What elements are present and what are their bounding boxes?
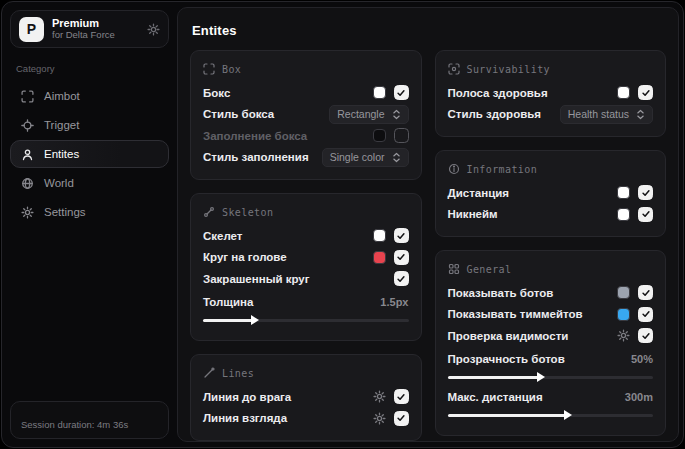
setting-label: Закрашенный круг	[203, 273, 310, 285]
setting-row: Стиль бокса Rectangle	[203, 104, 409, 126]
setting-label: Показывать ботов	[448, 287, 554, 299]
brand-card: P Premium for Delta Force	[10, 10, 169, 48]
checkbox[interactable]	[638, 85, 653, 100]
chevrons-up-down-icon	[392, 109, 401, 120]
dropdown-value: Health status	[568, 108, 629, 120]
main-panel: Entites Box Бокс	[177, 7, 679, 442]
session-duration: Session duration: 4m 36s	[21, 419, 128, 430]
category-label: Category	[16, 63, 163, 74]
setting-label: Стиль бокса	[203, 108, 274, 120]
gear-icon[interactable]	[147, 23, 160, 36]
checkbox[interactable]	[638, 307, 653, 322]
page-title: Entites	[192, 23, 666, 38]
bots-opacity-slider[interactable]	[448, 376, 654, 379]
line-icon	[203, 367, 215, 379]
checkbox[interactable]	[394, 250, 409, 265]
card-header-label: General	[467, 264, 512, 275]
session-card: Session duration: 4m 36s	[10, 401, 169, 439]
gear-icon[interactable]	[373, 390, 386, 403]
sidebar-item-world[interactable]: World	[10, 169, 169, 197]
scan-icon	[21, 90, 34, 103]
gear-icon	[21, 206, 34, 219]
checkbox[interactable]	[638, 207, 653, 222]
sidebar-item-entites[interactable]: Entites	[10, 140, 169, 168]
box-style-dropdown[interactable]: Rectangle	[329, 105, 408, 124]
setting-label: Макс. дистанция	[448, 391, 543, 403]
slider-group: Толщина 1.5px	[203, 292, 409, 323]
setting-row: Показывать ботов	[448, 282, 654, 304]
setting-row: Заполнение бокса	[203, 125, 409, 147]
slider-value: 50%	[631, 353, 653, 365]
slider-thumb[interactable]	[564, 410, 572, 420]
setting-row: Бокс	[203, 82, 409, 104]
health-style-dropdown[interactable]: Health status	[560, 105, 653, 124]
setting-label: Толщина	[203, 296, 253, 308]
checkbox[interactable]	[638, 285, 653, 300]
setting-row: Проверка видимости	[448, 325, 654, 347]
sidebar-item-label: Aimbot	[44, 90, 80, 102]
checkbox[interactable]	[394, 228, 409, 243]
thickness-slider[interactable]	[203, 319, 409, 322]
sidebar-item-label: Trigget	[44, 119, 79, 131]
brand-title: Premium	[52, 17, 115, 30]
setting-label: Бокс	[203, 87, 230, 99]
card-header-label: Information	[467, 164, 538, 175]
checkbox[interactable]	[394, 411, 409, 426]
checkbox[interactable]	[394, 128, 409, 143]
checkbox[interactable]	[638, 185, 653, 200]
card-header-label: Box	[222, 64, 241, 75]
card-header-label: Survivability	[467, 64, 550, 75]
color-swatch[interactable]	[373, 86, 386, 99]
slider-value: 300m	[625, 391, 653, 403]
color-swatch[interactable]	[617, 86, 630, 99]
info-icon	[448, 163, 460, 175]
slider-thumb[interactable]	[251, 315, 259, 325]
setting-label: Линия взгляда	[203, 412, 287, 424]
setting-label: Проверка видимости	[448, 330, 569, 342]
sidebar-item-label: Settings	[44, 206, 86, 218]
gear-icon[interactable]	[617, 329, 630, 342]
sidebar-item-aimbot[interactable]: Aimbot	[10, 82, 169, 110]
box-icon	[203, 63, 215, 75]
color-swatch[interactable]	[373, 129, 386, 142]
setting-label: Никнейм	[448, 208, 498, 220]
card-skeleton: Skeleton Скелет Круг на голове	[190, 193, 422, 341]
gear-icon[interactable]	[373, 412, 386, 425]
slider-thumb[interactable]	[537, 372, 545, 382]
app-window: P Premium for Delta Force Category Aimbo…	[1, 1, 684, 448]
setting-row: Никнейм	[448, 204, 654, 226]
setting-row: Круг на голове	[203, 247, 409, 269]
setting-label: Скелет	[203, 230, 243, 242]
card-box: Box Бокс Стиль бокса Rectangle	[190, 50, 422, 180]
color-swatch[interactable]	[617, 286, 630, 299]
dropdown-value: Rectangle	[337, 108, 384, 120]
color-swatch[interactable]	[373, 251, 386, 264]
checkbox[interactable]	[394, 389, 409, 404]
setting-label: Стиль заполнения	[203, 151, 309, 163]
sidebar-item-settings[interactable]: Settings	[10, 198, 169, 226]
card-survivability: Survivability Полоса здоровья Стиль здор…	[435, 50, 667, 137]
sidebar-item-label: World	[44, 177, 74, 189]
chevrons-up-down-icon	[392, 152, 401, 163]
max-distance-slider[interactable]	[448, 414, 654, 417]
color-swatch[interactable]	[617, 208, 630, 221]
checkbox[interactable]	[394, 85, 409, 100]
card-header-label: Skeleton	[222, 207, 273, 218]
globe-icon	[21, 177, 34, 190]
color-swatch[interactable]	[617, 186, 630, 199]
setting-label: Дистанция	[448, 187, 509, 199]
setting-row: Закрашенный круг	[203, 268, 409, 290]
sidebar-item-trigget[interactable]: Trigget	[10, 111, 169, 139]
slider-value: 1.5px	[380, 296, 408, 308]
setting-label: Прозрачность ботов	[448, 353, 565, 365]
setting-row: Стиль здоровья Health status	[448, 104, 654, 126]
fill-style-dropdown[interactable]: Single color	[322, 148, 409, 167]
setting-label: Полоса здоровья	[448, 87, 548, 99]
chevrons-up-down-icon	[636, 109, 645, 120]
sidebar: P Premium for Delta Force Category Aimbo…	[2, 2, 177, 447]
setting-row: Линия взгляда	[203, 408, 409, 430]
checkbox[interactable]	[394, 271, 409, 286]
checkbox[interactable]	[638, 328, 653, 343]
color-swatch[interactable]	[373, 229, 386, 242]
color-swatch[interactable]	[617, 308, 630, 321]
